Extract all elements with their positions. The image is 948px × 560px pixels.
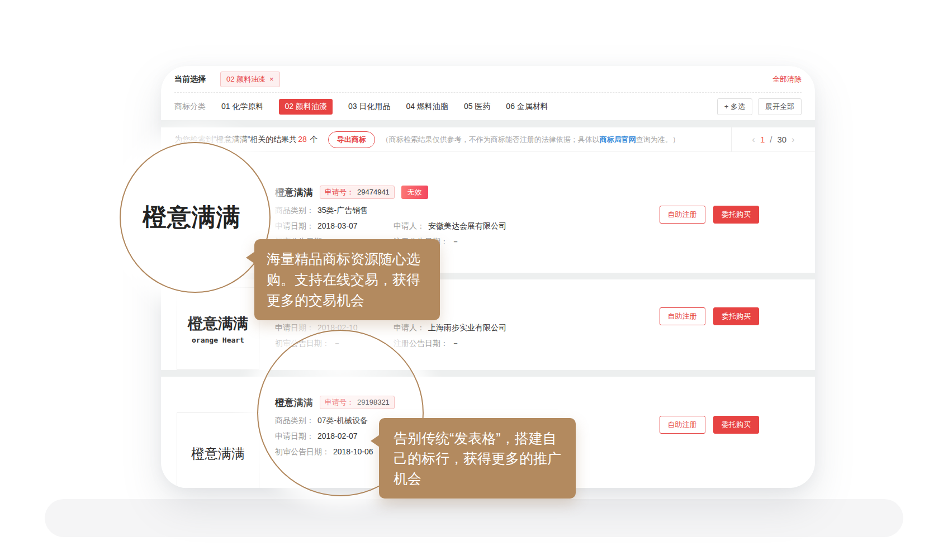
promo-tooltip-promotion: 告别传统“发表格”，搭建自己的标行，获得更多的推广机会 (379, 418, 576, 499)
export-trademarks-button[interactable]: 导出商标 (328, 131, 375, 148)
entrust-buy-button[interactable]: 委托购买 (713, 206, 759, 224)
category-tab-02-active[interactable]: 02 颜料油漆 (279, 99, 332, 115)
pedestal-base (45, 499, 903, 537)
category-field: 商品类别：35类-广告销售 (275, 205, 368, 216)
apply-date-field: 申请日期：2018-03-07 (275, 220, 394, 231)
row-actions: 自助注册 委托购买 (660, 416, 759, 434)
field-value: 上海雨步实业有限公司 (428, 323, 506, 332)
results-count: 28 (298, 135, 307, 144)
self-register-button[interactable]: 自助注册 (660, 307, 705, 325)
field-value: － (452, 339, 459, 348)
category-tab-06[interactable]: 06 金属材料 (506, 102, 548, 112)
current-selection-row: 当前选择 02 颜料油漆 × 全部清除 (174, 66, 802, 92)
field-value: 安徽美达会展有限公司 (428, 221, 506, 230)
row-actions: 自助注册 委托购买 (660, 206, 759, 224)
application-number-tag: 申请号：29474941 (320, 186, 395, 199)
field-label: 申请日期： (275, 323, 314, 332)
category-tab-01[interactable]: 01 化学原料 (221, 102, 263, 112)
selected-filter-tag-text: 02 颜料油漆 (226, 74, 266, 84)
disclaimer-text: （商标检索结果仅供参考，不作为商标能否注册的法律依据；具体以 (382, 135, 600, 144)
results-disclaimer: （商标检索结果仅供参考，不作为商标能否注册的法律依据；具体以商标局官网查询为准。… (382, 135, 680, 145)
trademark-name[interactable]: 橙意满满 (275, 186, 313, 199)
application-number-label: 申请号： (325, 188, 354, 196)
self-register-button[interactable]: 自助注册 (660, 416, 705, 434)
next-page-icon[interactable]: › (791, 134, 795, 145)
category-row: 商标分类 01 化学原料 02 颜料油漆 03 日化用品 04 燃料油脂 05 … (174, 93, 802, 120)
row-actions: 自助注册 委托购买 (660, 307, 759, 325)
field-value: － (452, 237, 459, 246)
field-label: 注册公告日期： (394, 339, 448, 348)
trademark-image[interactable]: 橙意满满 (177, 412, 259, 488)
field-label: 申请人： (394, 221, 425, 230)
entrust-buy-button[interactable]: 委托购买 (713, 307, 759, 325)
field-value: 35类-广告销售 (317, 206, 368, 215)
disclaimer-text-suffix: 查询为准。） (636, 135, 680, 144)
current-page: 1 (760, 135, 765, 144)
category-tab-05[interactable]: 05 医药 (464, 102, 490, 112)
magnified-trademark-text: 橙意满满 (143, 201, 241, 234)
field-label: 申请日期： (275, 221, 314, 230)
field-label: 申请人： (394, 323, 425, 332)
page-separator: / (770, 135, 772, 144)
category-tab-04[interactable]: 04 燃料油脂 (406, 102, 448, 112)
self-register-button[interactable]: 自助注册 (660, 206, 705, 224)
field-value: 2018-03-07 (317, 221, 358, 230)
trademark-image[interactable]: 橙意满满 orange Heart (177, 287, 259, 370)
applicant-field: 申请人：安徽美达会展有限公司 (394, 220, 506, 231)
magnifier-lens: 橙意满满 (120, 142, 271, 293)
field-label: 商品类别： (275, 206, 314, 215)
panel-gap (161, 120, 815, 127)
total-pages: 30 (777, 135, 786, 144)
trademark-image-text: 橙意满满 (188, 314, 248, 334)
reg-notice-field: 注册公告日期：－ (394, 338, 459, 349)
trademark-image-text: 橙意满满 (191, 445, 245, 463)
trademark-office-link[interactable]: 商标局官网 (600, 135, 636, 144)
status-text: 无效 (407, 188, 422, 196)
entrust-buy-button[interactable]: 委托购买 (713, 416, 759, 434)
filter-panel: 当前选择 02 颜料油漆 × 全部清除 商标分类 01 化学原料 02 颜料油漆… (161, 66, 815, 120)
results-header: 为您检索到“橙意满满”相关的结果共28 个 导出商标 （商标检索结果仅供参考，不… (161, 127, 815, 152)
status-badge: 无效 (401, 186, 428, 199)
clear-all-link[interactable]: 全部清除 (772, 74, 802, 84)
results-summary-suffix: 个 (308, 135, 318, 144)
remove-filter-icon[interactable]: × (269, 75, 274, 83)
prev-page-icon[interactable]: ‹ (752, 134, 755, 145)
selected-filter-tag[interactable]: 02 颜料油漆 × (220, 72, 280, 87)
category-row-label: 商标分类 (174, 102, 206, 112)
trademark-image-subtext: orange Heart (192, 336, 244, 344)
current-selection-label: 当前选择 (174, 74, 206, 84)
applicant-field: 申请人：上海雨步实业有限公司 (394, 322, 506, 333)
multi-select-button[interactable]: + 多选 (717, 98, 752, 115)
row-gap (161, 370, 815, 377)
pagination: ‹ 1 / 30 › (731, 127, 815, 151)
promo-tooltip-trade: 海量精品商标资源随心选购。支持在线交易，获得更多的交易机会 (254, 239, 440, 320)
category-tab-03[interactable]: 03 日化用品 (348, 102, 390, 112)
application-number-value: 29474941 (357, 188, 390, 196)
expand-all-button[interactable]: 展开全部 (758, 98, 802, 115)
